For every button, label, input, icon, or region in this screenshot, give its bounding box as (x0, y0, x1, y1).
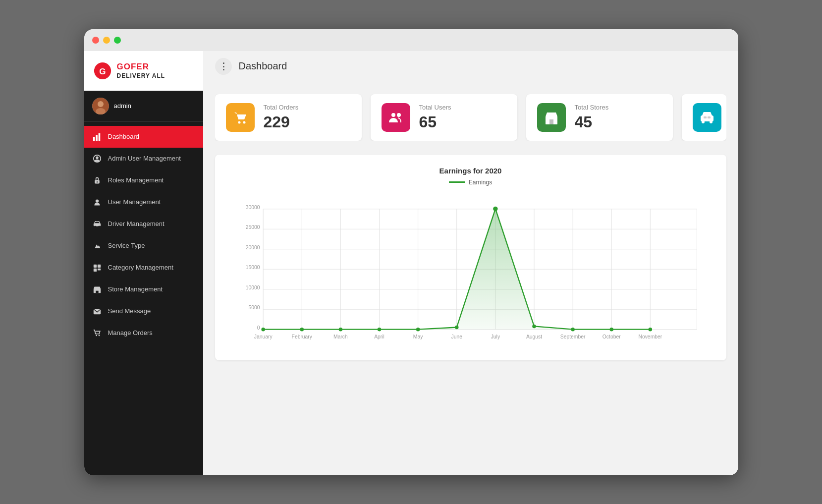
stat-card-total-users: Total Users 65 (371, 94, 517, 141)
svg-rect-17 (97, 264, 100, 267)
minimize-dot[interactable] (103, 37, 110, 44)
total-orders-label: Total Orders (264, 104, 299, 111)
sidebar-label-category: Category Management (108, 264, 173, 271)
total-users-info: Total Users 65 (419, 104, 451, 131)
menu-dots-button[interactable]: ⋮ (215, 58, 232, 75)
sidebar-item-admin-user-management[interactable]: Admin User Management (84, 148, 203, 169)
logo-brand: GOFER (117, 62, 165, 72)
total-stores-label: Total Stores (575, 104, 609, 111)
svg-point-73 (648, 327, 652, 331)
store-icon (92, 284, 102, 294)
svg-text:May: May (413, 334, 423, 339)
svg-text:30000: 30000 (245, 204, 260, 210)
sidebar-item-category-management[interactable]: Category Management (84, 257, 203, 279)
cart-icon (92, 328, 102, 338)
sidebar-label-roles: Roles Management (108, 176, 164, 184)
total-users-value: 65 (419, 113, 451, 131)
svg-text:10000: 10000 (245, 284, 260, 290)
svg-point-70 (532, 324, 536, 328)
sidebar-item-manage-orders[interactable]: Manage Orders (84, 322, 203, 344)
svg-point-27 (391, 113, 395, 117)
category-icon (92, 263, 102, 273)
sidebar-item-send-message[interactable]: Send Message (84, 300, 203, 322)
topbar: ⋮ Dashboard (203, 51, 738, 82)
envelope-icon (92, 306, 102, 316)
sidebar-item-service-type[interactable]: Service Type (84, 235, 203, 257)
content-area: Total Orders 229 (203, 82, 738, 475)
app-window: G GOFER DELIVERY ALL admin (84, 29, 738, 475)
store-building-icon (544, 110, 559, 125)
sidebar-item-driver-management[interactable]: Driver Management (84, 213, 203, 235)
svg-point-3 (98, 101, 104, 107)
sidebar-label-store: Store Management (108, 285, 163, 293)
chart-legend: Earnings (225, 179, 716, 186)
svg-point-64 (300, 327, 304, 331)
svg-text:January: January (254, 334, 273, 339)
sidebar-item-store-management[interactable]: Store Management (84, 279, 203, 300)
user-name-label: admin (114, 102, 131, 110)
avatar-image (92, 98, 109, 114)
total-stores-info: Total Stores 45 (575, 104, 609, 131)
svg-text:25000: 25000 (245, 224, 260, 230)
legend-line (449, 181, 465, 183)
page-title: Dashboard (239, 60, 287, 72)
svg-point-72 (609, 327, 613, 331)
sidebar-label-admin-user: Admin User Management (108, 155, 181, 162)
svg-point-63 (261, 327, 265, 331)
svg-point-68 (455, 325, 459, 329)
svg-point-14 (94, 225, 96, 227)
svg-rect-7 (98, 133, 100, 140)
earnings-chart-container: Earnings for 2020 Earnings (215, 155, 726, 360)
titlebar (84, 29, 738, 51)
svg-text:April: April (374, 334, 384, 339)
sidebar-label-message: Send Message (108, 307, 151, 315)
stat-card-total-stores: Total Stores 45 (526, 94, 673, 141)
sidebar: G GOFER DELIVERY ALL admin (84, 51, 203, 475)
svg-point-33 (710, 120, 712, 123)
stat-card-total-drivers: Total (682, 94, 726, 141)
svg-point-15 (98, 225, 100, 227)
drivers-car-icon (699, 110, 715, 125)
sidebar-item-dashboard[interactable]: Dashboard (84, 126, 203, 148)
legend-label: Earnings (469, 179, 492, 186)
total-users-icon-box (382, 103, 410, 132)
svg-rect-13 (93, 223, 100, 226)
close-dot[interactable] (92, 37, 99, 44)
car-icon (92, 219, 102, 229)
sidebar-item-roles-management[interactable]: Roles Management (84, 169, 203, 191)
svg-text:15000: 15000 (245, 265, 260, 270)
svg-text:March: March (333, 334, 348, 339)
sidebar-label-user-mgmt: User Management (108, 198, 161, 206)
maximize-dot[interactable] (114, 37, 121, 44)
svg-point-25 (238, 121, 240, 123)
svg-text:5000: 5000 (248, 305, 260, 310)
svg-point-66 (377, 327, 381, 331)
sidebar-nav: Dashboard Admin User Management (84, 122, 203, 475)
svg-point-24 (98, 335, 100, 336)
svg-point-23 (96, 335, 97, 336)
stat-card-total-orders: Total Orders 229 (215, 94, 362, 141)
total-stores-value: 45 (575, 113, 609, 131)
svg-point-12 (95, 199, 98, 202)
sidebar-label-service: Service Type (108, 242, 145, 249)
stats-row: Total Orders 229 (215, 94, 726, 141)
earnings-chart: 0 5000 10000 15000 20000 25000 30000 (225, 192, 716, 350)
main-content: ⋮ Dashboard (203, 51, 738, 475)
svg-rect-31 (701, 115, 713, 121)
app-body: G GOFER DELIVERY ALL admin (84, 51, 738, 475)
total-stores-icon-box (537, 103, 566, 132)
svg-rect-16 (93, 264, 96, 267)
total-orders-icon-box (226, 103, 255, 132)
svg-rect-35 (708, 116, 711, 118)
svg-point-32 (702, 120, 705, 123)
sidebar-item-user-management[interactable]: User Management (84, 191, 203, 213)
svg-text:June: June (451, 334, 462, 339)
logo-text: GOFER DELIVERY ALL (117, 62, 165, 79)
total-drivers-icon-box (693, 103, 721, 132)
svg-rect-21 (96, 290, 98, 293)
sidebar-logo: G GOFER DELIVERY ALL (84, 51, 203, 91)
sidebar-label-driver: Driver Management (108, 220, 164, 227)
svg-text:October: October (602, 334, 620, 339)
svg-point-69 (493, 206, 497, 211)
sidebar-label-dashboard: Dashboard (108, 133, 140, 140)
